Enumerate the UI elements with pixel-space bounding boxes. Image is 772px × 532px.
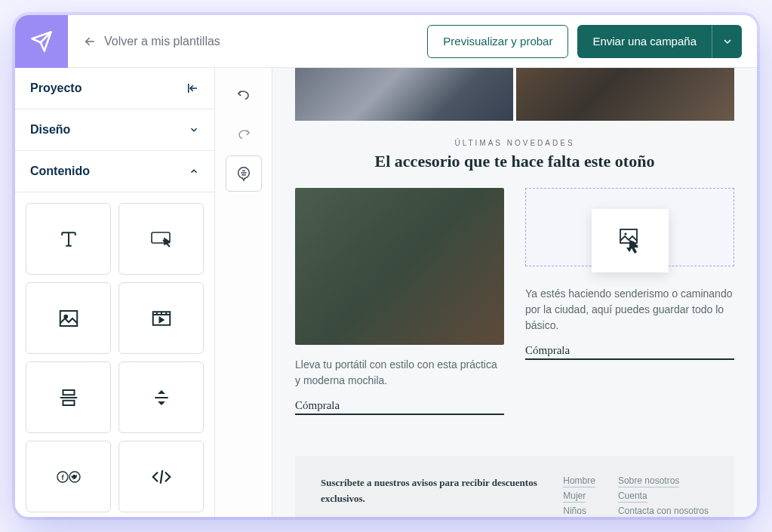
undo-icon	[235, 87, 252, 103]
product-col-right: Ya estés haciendo senderismo o caminando…	[525, 188, 734, 415]
undo-button[interactable]	[226, 77, 262, 113]
back-link[interactable]: Volver a mis plantillas	[68, 35, 235, 48]
svg-rect-4	[63, 390, 74, 395]
hero-image-left[interactable]	[295, 68, 513, 121]
chevron-down-icon	[189, 125, 199, 135]
comment-icon	[235, 165, 252, 182]
code-icon	[150, 466, 173, 488]
headline[interactable]: El accesorio que te hace falta este otoñ…	[295, 152, 734, 171]
svg-rect-5	[63, 400, 74, 404]
header: Volver a mis plantillas Previsualizar y …	[15, 15, 757, 68]
content-blocks: f	[15, 192, 214, 517]
email-canvas[interactable]: ÚLTIMAS NOVEDADES El accesorio que te ha…	[272, 68, 757, 517]
section-content[interactable]: Contenido	[15, 151, 214, 192]
footer-link[interactable]: Cuenta	[618, 490, 647, 503]
block-text[interactable]	[26, 203, 111, 275]
app-logo[interactable]	[15, 15, 68, 68]
product-cta-left[interactable]: Cómprala	[295, 399, 504, 415]
send-dropdown-toggle[interactable]	[712, 25, 742, 58]
section-project[interactable]: Proyecto	[15, 68, 214, 109]
comments-button[interactable]	[226, 155, 262, 192]
footer-link[interactable]: Sobre nosotros	[618, 475, 679, 487]
product-caption-left[interactable]: Lleva tu portátil con estilo con esta pr…	[295, 357, 504, 389]
hero-image-row	[295, 68, 734, 121]
svg-rect-10	[620, 229, 637, 243]
paper-plane-icon	[30, 30, 53, 53]
block-html[interactable]	[118, 441, 204, 512]
footer-col-2: Sobre nosotros Cuenta Contacta con nosot…	[618, 475, 709, 517]
body: Proyecto Diseño Contenido	[15, 68, 757, 517]
product-columns: Lleva tu portátil con estilo con esta pr…	[295, 188, 734, 415]
spacer-icon	[150, 386, 173, 409]
chevron-up-icon	[189, 166, 199, 177]
block-button[interactable]	[118, 203, 204, 275]
block-image[interactable]	[26, 282, 111, 354]
arrow-left-icon	[83, 35, 97, 48]
footer-subscribe-text[interactable]: Suscríbete a nuestros avisos para recibi…	[321, 475, 540, 517]
back-label: Volver a mis plantillas	[104, 35, 220, 48]
social-icon: f	[55, 468, 82, 486]
block-social[interactable]: f	[26, 441, 111, 512]
svg-text:f: f	[61, 474, 64, 481]
footer-link[interactable]: Mujer	[563, 490, 586, 503]
send-button-group: Enviar una campaña	[577, 25, 742, 58]
product-caption-right[interactable]: Ya estés haciendo senderismo o caminando…	[525, 286, 734, 334]
tool-column	[215, 68, 272, 517]
drag-preview-card	[592, 209, 669, 272]
sidebar: Proyecto Diseño Contenido	[15, 68, 215, 517]
overline[interactable]: ÚLTIMAS NOVEDADES	[295, 139, 734, 147]
send-campaign-button[interactable]: Enviar una campaña	[577, 25, 712, 58]
footer-link[interactable]: Niños	[563, 506, 586, 517]
button-icon	[149, 228, 174, 251]
redo-icon	[235, 126, 252, 143]
redo-button[interactable]	[226, 116, 262, 152]
footer-link[interactable]: Contacta con nosotros	[618, 506, 709, 517]
block-layout[interactable]	[26, 361, 111, 433]
app-window: Volver a mis plantillas Previsualizar y …	[15, 15, 757, 517]
footer-link[interactable]: Hombre	[563, 475, 595, 487]
product-image-backpack[interactable]	[295, 188, 504, 345]
layout-icon	[57, 386, 80, 409]
block-spacer[interactable]	[118, 361, 204, 433]
product-cta-right[interactable]: Cómprala	[525, 344, 734, 360]
svg-point-11	[624, 232, 626, 235]
video-icon	[150, 307, 173, 330]
preview-button[interactable]: Previsualizar y probar	[427, 25, 568, 58]
hero-image-right[interactable]	[516, 68, 734, 121]
image-dropzone[interactable]	[525, 188, 734, 266]
footer-col-1: Hombre Mujer Niños	[563, 475, 595, 517]
product-col-left: Lleva tu portátil con estilo con esta pr…	[295, 188, 504, 415]
section-design[interactable]: Diseño	[15, 109, 214, 151]
collapse-icon	[186, 81, 199, 95]
block-video[interactable]	[118, 282, 204, 354]
image-drop-icon	[616, 226, 644, 255]
email-footer: Suscríbete a nuestros avisos para recibi…	[295, 456, 734, 517]
svg-rect-1	[60, 311, 77, 326]
text-icon	[57, 228, 80, 251]
caret-down-icon	[724, 38, 731, 45]
image-icon	[57, 307, 80, 330]
